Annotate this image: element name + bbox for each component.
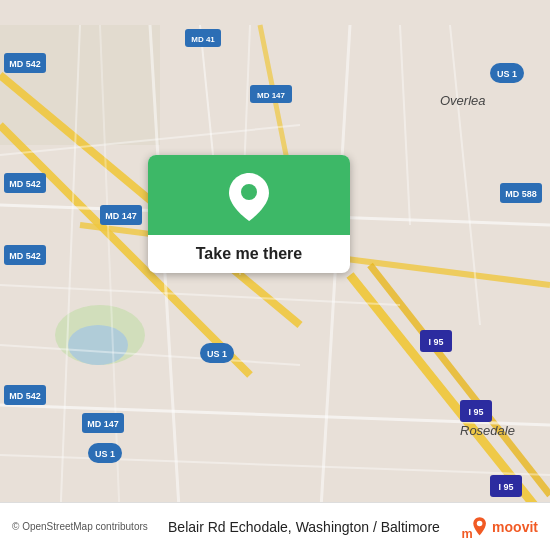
svg-text:MD 588: MD 588 <box>505 189 537 199</box>
moovit-text: moovit <box>492 519 538 535</box>
map-background: MD 542 MD 542 MD 542 MD 542 MD 147 MD 14… <box>0 0 550 550</box>
location-pin-icon <box>229 173 269 221</box>
svg-text:US 1: US 1 <box>207 349 227 359</box>
take-me-there-card[interactable]: Take me there <box>148 155 350 273</box>
copyright-text: © OpenStreetMap contributors <box>12 521 148 532</box>
bottom-bar: © OpenStreetMap contributors Belair Rd E… <box>0 502 550 550</box>
moovit-icon: m <box>460 513 488 541</box>
svg-text:MD 542: MD 542 <box>9 251 41 261</box>
location-text: Belair Rd Echodale, Washington / Baltimo… <box>168 519 440 535</box>
take-me-there-button[interactable]: Take me there <box>180 235 318 273</box>
svg-point-56 <box>241 184 257 200</box>
svg-text:MD 147: MD 147 <box>87 419 119 429</box>
bottom-bar-left: © OpenStreetMap contributors <box>12 521 148 532</box>
svg-text:Rosedale: Rosedale <box>460 423 515 438</box>
svg-text:I 95: I 95 <box>498 482 513 492</box>
svg-text:MD 147: MD 147 <box>257 91 286 100</box>
svg-text:MD 542: MD 542 <box>9 59 41 69</box>
svg-text:MD 41: MD 41 <box>191 35 215 44</box>
map-container: MD 542 MD 542 MD 542 MD 542 MD 147 MD 14… <box>0 0 550 550</box>
svg-text:I 95: I 95 <box>468 407 483 417</box>
svg-text:MD 147: MD 147 <box>105 211 137 221</box>
svg-text:I 95: I 95 <box>428 337 443 347</box>
svg-text:m: m <box>461 527 472 541</box>
card-green-section <box>148 155 350 235</box>
svg-text:MD 542: MD 542 <box>9 391 41 401</box>
svg-text:Overlea: Overlea <box>440 93 486 108</box>
svg-text:US 1: US 1 <box>95 449 115 459</box>
moovit-logo: m moovit <box>460 513 538 541</box>
svg-text:US 1: US 1 <box>497 69 517 79</box>
svg-point-3 <box>68 325 128 365</box>
svg-point-58 <box>477 520 483 526</box>
svg-text:MD 542: MD 542 <box>9 179 41 189</box>
